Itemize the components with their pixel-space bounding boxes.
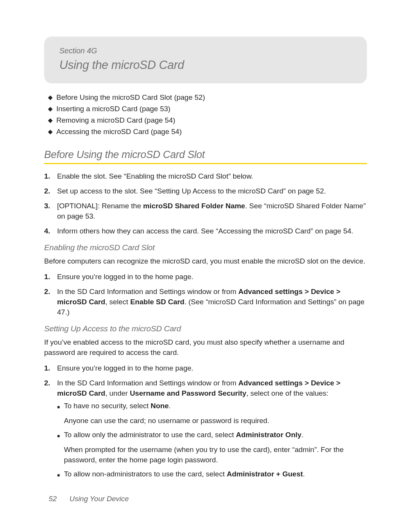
list-text: Ensure you’re logged in to the home page… bbox=[57, 272, 367, 282]
list-number: 2. bbox=[44, 186, 57, 196]
diamond-bullet-icon: ◆ bbox=[48, 115, 56, 126]
list-text: Ensure you’re logged in to the home page… bbox=[57, 363, 367, 373]
list-item: 1. Ensure you’re logged in to the home p… bbox=[44, 363, 367, 373]
paragraph: If you’ve enabled access to the microSD … bbox=[44, 337, 367, 358]
section-header: Section 4G Using the microSD Card bbox=[44, 37, 367, 83]
ordered-list: 1. Ensure you’re logged in to the home p… bbox=[44, 363, 367, 484]
list-number: 1. bbox=[44, 272, 57, 282]
nested-follow: When prompted for the username (when you… bbox=[64, 444, 367, 465]
list-text: In the SD Card Information and Settings … bbox=[57, 378, 367, 484]
ordered-list: 1. Enable the slot. See “Enabling the mi… bbox=[44, 171, 367, 236]
nested-item: ■ To allow non-administrators to use the… bbox=[57, 469, 367, 481]
nested-item: ■ To allow only the administrator to use… bbox=[57, 430, 367, 441]
toc-text: Removing a microSD Card (page 54) bbox=[56, 115, 175, 126]
section-label: Section 4G bbox=[59, 46, 352, 55]
toc-text: Inserting a microSD Card (page 53) bbox=[56, 103, 170, 115]
chapter-title: Using Your Device bbox=[69, 495, 129, 503]
list-number: 1. bbox=[44, 171, 57, 181]
list-text: In the SD Card Information and Settings … bbox=[57, 286, 367, 317]
diamond-bullet-icon: ◆ bbox=[48, 103, 56, 115]
ordered-list: 1. Ensure you’re logged in to the home p… bbox=[44, 272, 367, 317]
list-text: Enable the slot. See “Enabling the micro… bbox=[57, 171, 367, 181]
list-text: Set up access to the slot. See “Setting … bbox=[57, 186, 367, 196]
section-title: Using the microSD Card bbox=[59, 58, 352, 72]
heading-rule bbox=[44, 163, 367, 164]
square-bullet-icon: ■ bbox=[57, 430, 64, 441]
list-text: Inform others how they can access the ca… bbox=[57, 226, 367, 236]
list-number: 4. bbox=[44, 226, 57, 236]
nested-text: To have no security, select None. bbox=[64, 401, 367, 412]
square-bullet-icon: ■ bbox=[57, 469, 64, 481]
toc-item: ◆ Inserting a microSD Card (page 53) bbox=[48, 103, 367, 115]
list-item: 1. Ensure you’re logged in to the home p… bbox=[44, 272, 367, 282]
toc-item: ◆ Removing a microSD Card (page 54) bbox=[48, 115, 367, 126]
toc-text: Before Using the microSD Card Slot (page… bbox=[56, 92, 205, 103]
list-number: 2. bbox=[44, 286, 57, 317]
list-item: 1. Enable the slot. See “Enabling the mi… bbox=[44, 171, 367, 181]
diamond-bullet-icon: ◆ bbox=[48, 92, 56, 103]
list-number: 2. bbox=[44, 378, 57, 484]
list-item: 2. In the SD Card Information and Settin… bbox=[44, 286, 367, 317]
nested-text: To allow non-administrators to use the c… bbox=[64, 469, 367, 481]
toc-item: ◆ Accessing the microSD Card (page 54) bbox=[48, 126, 367, 137]
diamond-bullet-icon: ◆ bbox=[48, 126, 56, 137]
list-item: 4. Inform others how they can access the… bbox=[44, 226, 367, 236]
toc-list: ◆ Before Using the microSD Card Slot (pa… bbox=[48, 92, 367, 137]
nested-text: To allow only the administrator to use t… bbox=[64, 430, 367, 441]
list-number: 1. bbox=[44, 363, 57, 373]
heading-2: Before Using the microSD Card Slot bbox=[44, 149, 367, 161]
document-page: Section 4G Using the microSD Card ◆ Befo… bbox=[0, 0, 411, 532]
page-number: 52 bbox=[49, 495, 57, 503]
square-bullet-icon: ■ bbox=[57, 401, 64, 412]
nested-item: ■ To have no security, select None. bbox=[57, 401, 367, 412]
paragraph: Before computers can recognize the micro… bbox=[44, 256, 367, 266]
list-number: 3. bbox=[44, 201, 57, 221]
nested-follow: Anyone can use the card; no username or … bbox=[64, 415, 367, 426]
nested-list: ■ To have no security, select None. Anyo… bbox=[57, 401, 367, 481]
list-item: 2. Set up access to the slot. See “Setti… bbox=[44, 186, 367, 196]
list-item: 3. [OPTIONAL]: Rename the microSD Shared… bbox=[44, 201, 367, 221]
page-footer: 52 Using Your Device bbox=[49, 495, 129, 503]
toc-item: ◆ Before Using the microSD Card Slot (pa… bbox=[48, 92, 367, 103]
heading-3: Enabling the microSD Card Slot bbox=[44, 243, 367, 252]
list-item: 2. In the SD Card Information and Settin… bbox=[44, 378, 367, 484]
list-text: [OPTIONAL]: Rename the microSD Shared Fo… bbox=[57, 201, 367, 221]
heading-3: Setting Up Access to the microSD Card bbox=[44, 324, 367, 333]
toc-text: Accessing the microSD Card (page 54) bbox=[56, 126, 182, 137]
